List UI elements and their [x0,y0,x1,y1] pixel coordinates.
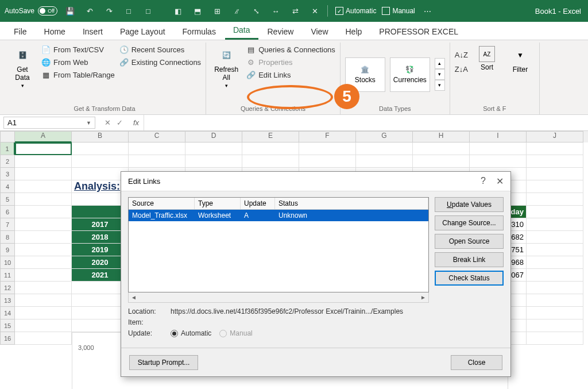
save-icon[interactable]: 💾 [63,4,77,18]
list-item[interactable]: Model_Traffic.xlsx Worksheet A Unknown [129,210,428,221]
accept-formula-icon[interactable]: ✓ [117,118,123,127]
refresh-icon: 🔄 [217,46,235,64]
col-header-J[interactable]: J [527,131,583,142]
col-header-H[interactable]: H [413,131,470,142]
dialog-help-icon[interactable]: ? [481,176,486,187]
tab-home[interactable]: Home [36,24,74,40]
namebox-dropdown-icon[interactable]: ▼ [86,120,91,126]
startup-prompt-button[interactable]: Startup Prompt... [129,355,198,370]
dialog-close-icon[interactable]: ✕ [496,176,504,187]
sort-asc-button[interactable]: A↓Z [455,49,468,60]
dialog-title: Edit Links [128,177,160,186]
change-source-button[interactable]: Change Source... [435,215,504,230]
currencies-button[interactable]: 💱 Currencies [390,57,430,92]
qat-icon-6[interactable]: ⫽ [230,4,243,18]
queries-connections-button[interactable]: ▤Queries & Connections [246,44,335,55]
queries-icon: ▤ [246,45,256,54]
currencies-icon: 💱 [405,66,414,74]
open-source-button[interactable]: Open Source [435,234,504,249]
cell-A1[interactable] [15,142,72,155]
properties-icon: ⚙ [246,57,256,67]
recent-sources-button[interactable]: 🕓Recent Sources [119,44,201,55]
qat-icon-1[interactable]: □ [122,4,136,18]
datatype-more-button[interactable]: ▾ [435,80,445,91]
dialog-titlebar: Edit Links ? ✕ [121,172,510,191]
from-text-csv-button[interactable]: 📄From Text/CSV [41,44,115,55]
name-box[interactable]: A1 ▼ [3,117,95,129]
stocks-icon: 🏛️ [361,66,369,74]
tab-data[interactable]: Data [225,22,258,40]
redo-icon[interactable]: ↷ [102,4,116,18]
tab-view[interactable]: View [303,24,336,40]
col-header-B[interactable]: B [72,131,129,142]
qat-icon-10[interactable]: ✕ [308,4,322,18]
automatic-checkbox[interactable]: ✓Automatic [335,7,376,15]
database-icon: 🗄️ [13,46,32,64]
formula-input[interactable] [144,115,588,130]
tab-file[interactable]: File [6,24,35,40]
group-label-datatypes: Data Types [345,105,445,113]
radio-automatic[interactable]: Automatic [171,329,211,337]
col-header-I[interactable]: I [470,131,527,142]
filter-button[interactable]: ▼ Filter [506,44,535,76]
tab-help[interactable]: Help [338,24,370,40]
datatype-up-button[interactable]: ▴ [435,58,445,69]
tab-insert[interactable]: Insert [75,24,111,40]
autosave-toggle[interactable]: AutoSave Off [5,6,57,16]
row-header[interactable]: 1 [0,142,15,155]
existing-connections-button[interactable]: 🔗Existing Connections [119,56,201,68]
qat-icon-7[interactable]: ⤡ [249,4,263,18]
col-header-D[interactable]: D [185,131,242,142]
qat-icon-3[interactable]: ◧ [171,4,185,18]
get-data-button[interactable]: 🗄️ Get Data ▾ [8,44,37,91]
filter-icon: ▼ [511,46,529,64]
title-bar: AutoSave Off 💾 ↶ ↷ □ □ ◧ ⬒ ⊞ ⫽ ⤡ ↔ ⇄ ✕ ✓… [0,0,588,22]
check-status-button[interactable]: Check Status [435,271,504,286]
edit-links-button[interactable]: 🔗Edit Links [246,69,335,80]
qat-more-icon[interactable]: ⋯ [421,4,435,18]
text-file-icon: 📄 [41,45,51,54]
refresh-all-button[interactable]: 🔄 Refresh All ▾ [211,44,242,91]
col-header-G[interactable]: G [356,131,413,142]
qat-icon-4[interactable]: ⬒ [191,4,204,18]
group-label-queries: Queries & Connections [211,105,335,113]
radio-manual[interactable]: Manual [219,329,252,337]
links-list[interactable]: Source Type Update Status Model_Traffic.… [128,197,429,292]
qat-icon-2[interactable]: □ [141,4,155,18]
cancel-formula-icon[interactable]: ✕ [105,118,111,127]
tab-formulas[interactable]: Formulas [175,24,224,40]
break-link-button[interactable]: Break Link [435,252,504,267]
item-label: Item: [128,318,163,326]
select-all-corner[interactable] [0,131,15,142]
group-label-get-transform: Get & Transform Data [8,105,201,113]
list-header: Source Type Update Status [129,198,428,210]
web-icon: 🌐 [41,57,51,67]
ribbon: 🗄️ Get Data ▾ 📄From Text/CSV 🌐From Web ▦… [0,40,588,115]
datatype-down-button[interactable]: ▾ [435,69,445,80]
autosave-label: AutoSave [5,7,34,15]
tab-professor-excel[interactable]: PROFESSOR EXCEL [371,24,466,40]
close-button[interactable]: Close [451,355,502,370]
col-header-E[interactable]: E [242,131,299,142]
sort-button[interactable]: AZ Sort [473,44,501,74]
sort-desc-button[interactable]: Z↓A [455,64,468,75]
undo-icon[interactable]: ↶ [83,4,96,18]
tab-page-layout[interactable]: Page Layout [112,24,173,40]
edit-links-dialog: Edit Links ? ✕ Source Type Update Status… [121,171,511,377]
qat-icon-9[interactable]: ⇄ [288,4,302,18]
col-header-F[interactable]: F [299,131,356,142]
tab-review[interactable]: Review [260,24,302,40]
list-scrollbar[interactable]: ◄► [128,292,429,303]
update-values-button[interactable]: Update Values [435,197,504,212]
qat-icon-8[interactable]: ↔ [269,4,283,18]
from-web-button[interactable]: 🌐From Web [41,56,115,68]
ribbon-tabs: File Home Insert Page Layout Formulas Da… [0,22,588,40]
col-header-C[interactable]: C [129,131,185,142]
manual-checkbox[interactable]: Manual [382,7,415,15]
qat-icon-5[interactable]: ⊞ [210,4,224,18]
fx-icon[interactable]: fx [129,118,144,127]
chart-axis-label: 3,000 [78,344,94,351]
recent-icon: 🕓 [119,45,129,54]
col-header-A[interactable]: A [15,131,72,142]
from-table-range-button[interactable]: ▦From Table/Range [41,69,115,80]
